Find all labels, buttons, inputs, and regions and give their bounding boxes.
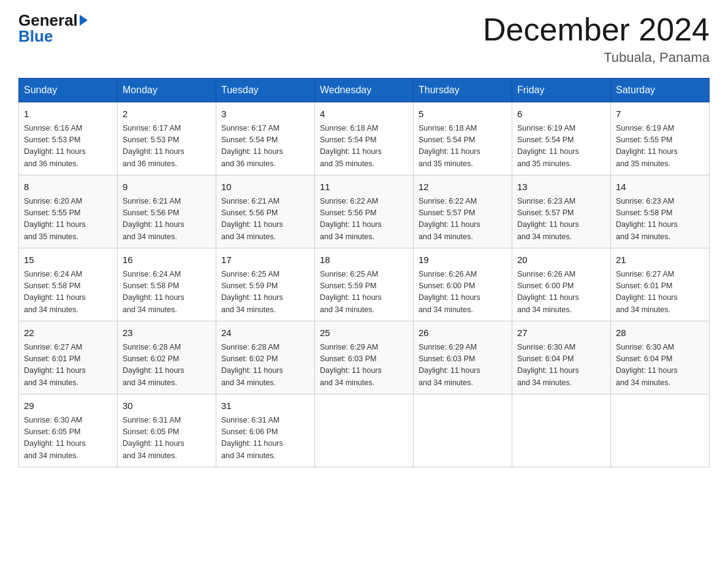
day-number: 19 (419, 253, 507, 267)
calendar-cell: 12 Sunrise: 6:22 AMSunset: 5:57 PMDaylig… (414, 175, 512, 248)
day-number: 31 (221, 399, 309, 413)
calendar-cell: 18 Sunrise: 6:25 AMSunset: 5:59 PMDaylig… (315, 248, 414, 321)
day-info: Sunrise: 6:23 AMSunset: 5:58 PMDaylight:… (616, 196, 704, 243)
calendar-table: SundayMondayTuesdayWednesdayThursdayFrid… (18, 78, 710, 467)
calendar-cell: 9 Sunrise: 6:21 AMSunset: 5:56 PMDayligh… (118, 175, 216, 248)
calendar-cell: 16 Sunrise: 6:24 AMSunset: 5:58 PMDaylig… (118, 248, 216, 321)
day-number: 11 (320, 180, 408, 194)
calendar-cell (315, 394, 414, 467)
calendar-header-monday: Monday (118, 79, 216, 102)
day-info: Sunrise: 6:22 AMSunset: 5:56 PMDaylight:… (320, 196, 408, 243)
day-info: Sunrise: 6:18 AMSunset: 5:54 PMDaylight:… (320, 123, 408, 170)
calendar-week-row: 1 Sunrise: 6:16 AMSunset: 5:53 PMDayligh… (19, 102, 710, 175)
day-number: 2 (123, 107, 211, 121)
calendar-cell: 23 Sunrise: 6:28 AMSunset: 6:02 PMDaylig… (118, 321, 216, 394)
calendar-header-sunday: Sunday (19, 79, 118, 102)
calendar-header-saturday: Saturday (611, 79, 710, 102)
title-block: December 2024 Tubuala, Panama (483, 12, 710, 66)
day-number: 4 (320, 107, 408, 121)
day-info: Sunrise: 6:26 AMSunset: 6:00 PMDaylight:… (517, 269, 605, 316)
calendar-cell (512, 394, 611, 467)
day-number: 12 (419, 180, 507, 194)
day-info: Sunrise: 6:30 AMSunset: 6:04 PMDaylight:… (616, 342, 704, 389)
calendar-cell: 14 Sunrise: 6:23 AMSunset: 5:58 PMDaylig… (611, 175, 710, 248)
day-number: 14 (616, 180, 704, 194)
day-number: 21 (616, 253, 704, 267)
day-info: Sunrise: 6:26 AMSunset: 6:00 PMDaylight:… (419, 269, 507, 316)
calendar-cell: 13 Sunrise: 6:23 AMSunset: 5:57 PMDaylig… (512, 175, 611, 248)
day-info: Sunrise: 6:30 AMSunset: 6:05 PMDaylight:… (24, 415, 112, 462)
day-number: 10 (221, 180, 309, 194)
day-number: 17 (221, 253, 309, 267)
day-info: Sunrise: 6:27 AMSunset: 6:01 PMDaylight:… (616, 269, 704, 316)
calendar-week-row: 22 Sunrise: 6:27 AMSunset: 6:01 PMDaylig… (19, 321, 710, 394)
day-number: 18 (320, 253, 408, 267)
calendar-header-wednesday: Wednesday (315, 79, 414, 102)
day-info: Sunrise: 6:25 AMSunset: 5:59 PMDaylight:… (320, 269, 408, 316)
day-info: Sunrise: 6:30 AMSunset: 6:04 PMDaylight:… (517, 342, 605, 389)
page-header: General Blue December 2024 Tubuala, Pana… (18, 12, 710, 66)
day-info: Sunrise: 6:20 AMSunset: 5:55 PMDaylight:… (24, 196, 112, 243)
calendar-week-row: 29 Sunrise: 6:30 AMSunset: 6:05 PMDaylig… (19, 394, 710, 467)
day-number: 22 (24, 326, 112, 340)
calendar-cell: 28 Sunrise: 6:30 AMSunset: 6:04 PMDaylig… (611, 321, 710, 394)
calendar-cell: 24 Sunrise: 6:28 AMSunset: 6:02 PMDaylig… (216, 321, 315, 394)
calendar-cell: 25 Sunrise: 6:29 AMSunset: 6:03 PMDaylig… (315, 321, 414, 394)
day-number: 13 (517, 180, 605, 194)
day-number: 3 (221, 107, 309, 121)
logo-blue-text: Blue (18, 28, 88, 44)
day-number: 27 (517, 326, 605, 340)
day-info: Sunrise: 6:27 AMSunset: 6:01 PMDaylight:… (24, 342, 112, 389)
calendar-header-friday: Friday (512, 79, 611, 102)
day-number: 28 (616, 326, 704, 340)
calendar-cell: 31 Sunrise: 6:31 AMSunset: 6:06 PMDaylig… (216, 394, 315, 467)
day-info: Sunrise: 6:21 AMSunset: 5:56 PMDaylight:… (221, 196, 309, 243)
day-info: Sunrise: 6:24 AMSunset: 5:58 PMDaylight:… (24, 269, 112, 316)
calendar-cell: 3 Sunrise: 6:17 AMSunset: 5:54 PMDayligh… (216, 102, 315, 175)
day-number: 15 (24, 253, 112, 267)
calendar-cell: 5 Sunrise: 6:18 AMSunset: 5:54 PMDayligh… (414, 102, 512, 175)
calendar-cell: 4 Sunrise: 6:18 AMSunset: 5:54 PMDayligh… (315, 102, 414, 175)
calendar-cell (414, 394, 512, 467)
calendar-cell: 19 Sunrise: 6:26 AMSunset: 6:00 PMDaylig… (414, 248, 512, 321)
location-subtitle: Tubuala, Panama (483, 50, 710, 66)
day-info: Sunrise: 6:22 AMSunset: 5:57 PMDaylight:… (419, 196, 507, 243)
calendar-cell: 15 Sunrise: 6:24 AMSunset: 5:58 PMDaylig… (19, 248, 118, 321)
day-info: Sunrise: 6:25 AMSunset: 5:59 PMDaylight:… (221, 269, 309, 316)
calendar-header-thursday: Thursday (414, 79, 512, 102)
day-info: Sunrise: 6:19 AMSunset: 5:55 PMDaylight:… (616, 123, 704, 170)
month-title: December 2024 (483, 12, 710, 47)
day-number: 5 (419, 107, 507, 121)
day-number: 29 (24, 399, 112, 413)
logo-general-text: General (18, 12, 78, 28)
day-info: Sunrise: 6:29 AMSunset: 6:03 PMDaylight:… (320, 342, 408, 389)
calendar-cell: 7 Sunrise: 6:19 AMSunset: 5:55 PMDayligh… (611, 102, 710, 175)
day-number: 25 (320, 326, 408, 340)
calendar-cell: 11 Sunrise: 6:22 AMSunset: 5:56 PMDaylig… (315, 175, 414, 248)
day-info: Sunrise: 6:17 AMSunset: 5:53 PMDaylight:… (123, 123, 211, 170)
day-number: 7 (616, 107, 704, 121)
day-info: Sunrise: 6:17 AMSunset: 5:54 PMDaylight:… (221, 123, 309, 170)
day-info: Sunrise: 6:31 AMSunset: 6:05 PMDaylight:… (123, 415, 211, 462)
day-number: 23 (123, 326, 211, 340)
day-info: Sunrise: 6:29 AMSunset: 6:03 PMDaylight:… (419, 342, 507, 389)
calendar-cell: 27 Sunrise: 6:30 AMSunset: 6:04 PMDaylig… (512, 321, 611, 394)
day-info: Sunrise: 6:28 AMSunset: 6:02 PMDaylight:… (123, 342, 211, 389)
logo: General Blue (18, 12, 88, 44)
calendar-cell: 17 Sunrise: 6:25 AMSunset: 5:59 PMDaylig… (216, 248, 315, 321)
calendar-week-row: 15 Sunrise: 6:24 AMSunset: 5:58 PMDaylig… (19, 248, 710, 321)
day-info: Sunrise: 6:18 AMSunset: 5:54 PMDaylight:… (419, 123, 507, 170)
calendar-cell: 22 Sunrise: 6:27 AMSunset: 6:01 PMDaylig… (19, 321, 118, 394)
calendar-cell: 1 Sunrise: 6:16 AMSunset: 5:53 PMDayligh… (19, 102, 118, 175)
day-number: 1 (24, 107, 112, 121)
day-info: Sunrise: 6:23 AMSunset: 5:57 PMDaylight:… (517, 196, 605, 243)
day-number: 16 (123, 253, 211, 267)
day-number: 9 (123, 180, 211, 194)
calendar-cell: 20 Sunrise: 6:26 AMSunset: 6:00 PMDaylig… (512, 248, 611, 321)
calendar-cell: 2 Sunrise: 6:17 AMSunset: 5:53 PMDayligh… (118, 102, 216, 175)
calendar-cell: 21 Sunrise: 6:27 AMSunset: 6:01 PMDaylig… (611, 248, 710, 321)
calendar-cell: 30 Sunrise: 6:31 AMSunset: 6:05 PMDaylig… (118, 394, 216, 467)
day-info: Sunrise: 6:19 AMSunset: 5:54 PMDaylight:… (517, 123, 605, 170)
day-info: Sunrise: 6:28 AMSunset: 6:02 PMDaylight:… (221, 342, 309, 389)
calendar-header-tuesday: Tuesday (216, 79, 315, 102)
